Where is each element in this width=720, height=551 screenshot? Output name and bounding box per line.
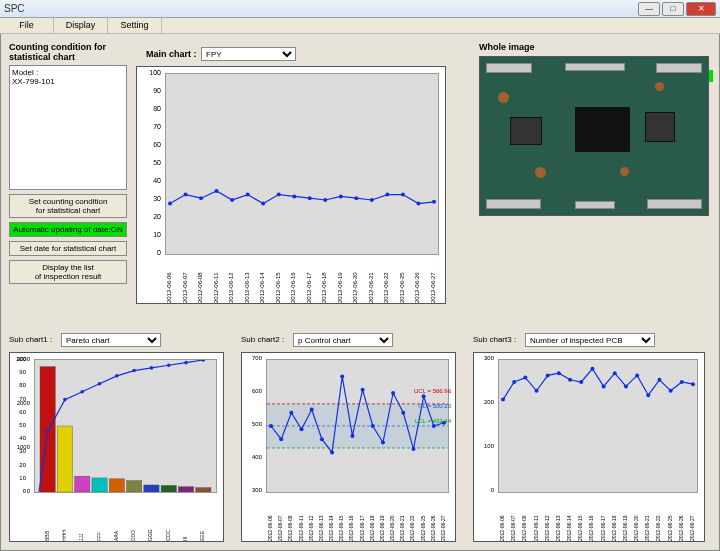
svg-point-49 xyxy=(340,375,344,379)
set-counting-condition-button[interactable]: Set counting condition for statistical c… xyxy=(9,194,127,218)
main-chart-label: Main chart : xyxy=(146,49,197,59)
svg-rect-21 xyxy=(92,478,107,492)
svg-point-52 xyxy=(371,424,375,428)
svg-point-62 xyxy=(523,376,527,380)
svg-point-36 xyxy=(184,361,188,365)
svg-point-67 xyxy=(579,380,583,384)
svg-point-74 xyxy=(657,378,661,382)
svg-rect-24 xyxy=(144,485,159,492)
svg-point-13 xyxy=(370,198,374,202)
svg-point-31 xyxy=(98,382,102,386)
svg-point-65 xyxy=(557,371,561,375)
svg-point-48 xyxy=(330,450,334,454)
svg-point-53 xyxy=(381,441,385,445)
close-button[interactable]: ✕ xyxy=(686,2,716,16)
svg-rect-27 xyxy=(196,488,211,492)
svg-rect-20 xyxy=(75,476,90,492)
svg-point-16 xyxy=(416,202,420,206)
sub-chart-3: 01002003002012-06-062012-06-072012-06-08… xyxy=(473,352,705,542)
model-box: Model : XX-799-101 xyxy=(9,65,127,190)
svg-point-43 xyxy=(279,437,283,441)
cl-label: CL = 500.20 xyxy=(418,403,451,409)
svg-rect-23 xyxy=(127,481,142,492)
svg-point-69 xyxy=(602,384,606,388)
sub3-label: Sub chart3 : xyxy=(473,335,516,344)
sub-chart-2: UCL = 566.96 CL = 500.20 LCL = 433.44 30… xyxy=(241,352,456,542)
svg-point-55 xyxy=(401,411,405,415)
svg-point-56 xyxy=(411,447,415,451)
titlebar: SPC — □ ✕ xyxy=(0,0,720,18)
svg-point-9 xyxy=(308,196,312,200)
minimize-button[interactable]: — xyxy=(638,2,660,16)
lcl-label: LCL = 433.44 xyxy=(415,418,451,424)
svg-point-29 xyxy=(63,398,67,402)
svg-point-68 xyxy=(590,367,594,371)
svg-point-76 xyxy=(680,380,684,384)
sub2-select[interactable]: p Control chart xyxy=(293,333,393,347)
svg-point-70 xyxy=(613,371,617,375)
display-inspection-list-button[interactable]: Display the list of inspection result xyxy=(9,260,127,284)
svg-point-4 xyxy=(230,198,234,202)
svg-point-42 xyxy=(269,424,273,428)
whole-image-label: Whole image xyxy=(479,42,709,52)
svg-point-73 xyxy=(646,393,650,397)
auto-update-date-button[interactable]: Automatic updating of date:ON xyxy=(9,222,127,237)
svg-point-75 xyxy=(669,389,673,393)
svg-point-10 xyxy=(323,198,327,202)
svg-point-33 xyxy=(132,369,136,373)
whole-image-pcb xyxy=(479,56,709,216)
svg-point-72 xyxy=(635,373,639,377)
window-title: SPC xyxy=(4,3,636,14)
svg-point-14 xyxy=(385,193,389,197)
svg-point-28 xyxy=(46,429,50,433)
svg-point-8 xyxy=(292,194,296,198)
menu-file[interactable]: File xyxy=(0,18,54,33)
svg-point-3 xyxy=(215,189,219,193)
svg-point-34 xyxy=(150,366,154,370)
main-chart: 01020304050607080901002012-06-062012-06-… xyxy=(136,66,446,304)
menubar: File Display Setting xyxy=(0,18,720,34)
svg-rect-26 xyxy=(178,487,193,492)
svg-point-57 xyxy=(422,394,426,398)
svg-point-0 xyxy=(168,202,172,206)
svg-point-77 xyxy=(691,382,695,386)
svg-point-64 xyxy=(546,373,550,377)
svg-rect-25 xyxy=(161,485,176,492)
svg-point-58 xyxy=(432,424,436,428)
svg-point-45 xyxy=(300,427,304,431)
svg-point-66 xyxy=(568,378,572,382)
svg-point-71 xyxy=(624,384,628,388)
svg-point-2 xyxy=(199,196,203,200)
svg-point-50 xyxy=(350,434,354,438)
svg-point-30 xyxy=(80,390,84,394)
svg-point-46 xyxy=(310,408,314,412)
maximize-button[interactable]: □ xyxy=(662,2,684,16)
svg-point-51 xyxy=(361,388,365,392)
svg-point-32 xyxy=(115,374,119,378)
sub1-label: Sub chart1 : xyxy=(9,335,52,344)
svg-point-15 xyxy=(401,193,405,197)
sub2-label: Sub chart2 : xyxy=(241,335,284,344)
model-value: XX-799-101 xyxy=(12,77,124,86)
svg-point-6 xyxy=(261,202,265,206)
svg-point-44 xyxy=(289,411,293,415)
menu-display[interactable]: Display xyxy=(54,18,108,33)
svg-point-17 xyxy=(432,200,436,204)
model-label: Model : xyxy=(12,68,124,77)
svg-point-37 xyxy=(202,360,206,362)
svg-rect-22 xyxy=(109,479,124,492)
svg-point-1 xyxy=(184,193,188,197)
counting-condition-heading: Counting condition for statistical chart xyxy=(9,42,127,62)
sub-chart-1: 01000200030000102030405060708090100BBBHH… xyxy=(9,352,224,542)
main-chart-select[interactable]: FPY xyxy=(201,47,296,61)
svg-point-54 xyxy=(391,391,395,395)
sub1-select[interactable]: Pareto chart xyxy=(61,333,161,347)
ucl-label: UCL = 566.96 xyxy=(414,388,451,394)
svg-point-61 xyxy=(512,380,516,384)
svg-point-5 xyxy=(246,193,250,197)
menu-setting[interactable]: Setting xyxy=(108,18,162,33)
svg-point-7 xyxy=(277,193,281,197)
svg-point-12 xyxy=(354,196,358,200)
sub3-select[interactable]: Number of inspected PCB xyxy=(525,333,655,347)
set-date-button[interactable]: Set date for statistical chart xyxy=(9,241,127,256)
